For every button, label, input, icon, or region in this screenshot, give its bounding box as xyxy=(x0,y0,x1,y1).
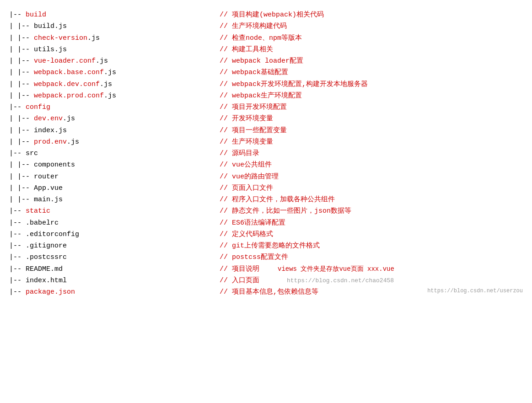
line-left-packagejson: |-- package.json xyxy=(9,287,220,297)
line-babelrc: |-- .babelrc // ES6语法编译配置 xyxy=(9,217,523,229)
watermark-right: https://blog.csdn.net/userzou xyxy=(427,287,523,296)
note-views: views 文件夹是存放vue页面 xxx.vue xyxy=(278,264,394,274)
keyword-build: build xyxy=(26,11,46,19)
line-left-src: |-- src xyxy=(9,148,220,159)
keyword-config: config xyxy=(26,103,50,111)
code-block: |-- build // 项目构建(webpack)相关代码 | |-- bui… xyxy=(9,5,523,403)
comment-editorconfig: // 定义代码格式 xyxy=(220,229,273,240)
keyword-checkversion: check-version xyxy=(34,34,87,42)
keyword-static: static xyxy=(26,207,50,215)
line-utils: | |-- utils.js // 构建工具相关 xyxy=(9,44,523,55)
line-left-devenv: | |-- dev.env.js xyxy=(9,113,220,124)
comment-buildjs: // 生产环境构建代码 xyxy=(220,21,287,32)
line-left-webpackdev: | |-- webpack.dev.conf.js xyxy=(9,79,220,90)
line-left-appvue: | |-- App.vue xyxy=(9,183,220,193)
line-left-mainjs: | |-- main.js xyxy=(9,194,220,205)
comment-indexhtml: // 入口页面 xyxy=(220,275,259,286)
comment-vueloader: // webpack loader配置 xyxy=(220,56,303,66)
line-postcssrc: |-- .postcssrc // postcss配置文件 xyxy=(9,252,523,263)
line-left-buildjs: | |-- build.js xyxy=(9,21,220,32)
line-readme: |-- README.md // 项目说明 views 文件夹是存放vue页面 … xyxy=(9,263,523,275)
keyword-packagejson: package.json xyxy=(26,288,75,296)
comment-router: // vue的路由管理 xyxy=(220,172,279,182)
comment-build: // 项目构建(webpack)相关代码 xyxy=(220,10,324,20)
comment-src: // 源码目录 xyxy=(220,148,259,159)
comment-indexjs: // 项目一些配置变量 xyxy=(220,125,287,136)
line-left-webpackprod: | |-- webpack.prod.conf.js xyxy=(9,91,220,101)
line-left-router: | |-- router xyxy=(9,172,220,182)
comment-webpackdev: // webpack开发环境配置,构建开发本地服务器 xyxy=(220,79,368,90)
comment-mainjs: // 程序入口文件，加载各种公共组件 xyxy=(220,194,335,205)
line-indexhtml: |-- index.html // 入口页面 https://blog.csdn… xyxy=(9,275,523,286)
line-editorconfig: |-- .editorconfig // 定义代码格式 xyxy=(9,229,523,240)
line-left-editorconfig: |-- .editorconfig xyxy=(9,229,220,240)
line-left-webpackbase: | |-- webpack.base.conf.js xyxy=(9,67,220,78)
line-router: | |-- router // vue的路由管理 xyxy=(9,171,523,183)
comment-config: // 项目开发环境配置 xyxy=(220,102,287,113)
comment-appvue: // 页面入口文件 xyxy=(220,183,273,193)
comment-webpackprod: // webpack生产环境配置 xyxy=(220,91,302,101)
comment-devenv: // 开发环境变量 xyxy=(220,113,273,124)
comment-components: // vue公共组件 xyxy=(220,160,272,170)
line-buildjs: | |-- build.js // 生产环境构建代码 xyxy=(9,21,523,32)
keyword-prodenv: prod.env xyxy=(34,138,67,146)
line-build: |-- build // 项目构建(webpack)相关代码 xyxy=(9,9,523,21)
keyword-webpackprod: webpack.prod.conf xyxy=(34,92,104,100)
comment-gitignore: // git上传需要忽略的文件格式 xyxy=(220,241,320,251)
line-left-indexjs: | |-- index.js xyxy=(9,125,220,136)
comment-checkversion: // 检查node、npm等版本 xyxy=(220,33,302,43)
line-components: | |-- components // vue公共组件 xyxy=(9,159,523,171)
line-left-config: |-- config xyxy=(9,102,220,113)
line-left-gitignore: |-- .gitignore xyxy=(9,241,220,251)
comment-readme: // 项目说明 xyxy=(220,264,259,274)
line-left-components: | |-- components xyxy=(9,160,220,170)
keyword-webpackdev: webpack.dev.conf xyxy=(34,81,100,88)
line-src: |-- src // 源码目录 xyxy=(9,148,523,159)
line-left-indexhtml: |-- index.html xyxy=(9,275,220,286)
line-vueloader: | |-- vue-loader.conf.js // webpack load… xyxy=(9,55,523,67)
line-appvue: | |-- App.vue // 页面入口文件 xyxy=(9,183,523,194)
line-webpackdev: | |-- webpack.dev.conf.js // webpack开发环境… xyxy=(9,79,523,90)
line-webpackbase: | |-- webpack.base.conf.js // webpack基础配… xyxy=(9,67,523,78)
line-left-utils: | |-- utils.js xyxy=(9,44,220,55)
line-config: |-- config // 项目开发环境配置 xyxy=(9,102,523,113)
comment-utils: // 构建工具相关 xyxy=(220,44,273,55)
line-left-babelrc: |-- .babelrc xyxy=(9,218,220,228)
line-left-prodenv: | |-- prod.env.js xyxy=(9,137,220,147)
keyword-devenv: dev.env xyxy=(34,115,63,123)
comment-babelrc: // ES6语法编译配置 xyxy=(220,218,285,228)
comment-prodenv: // 生产环境变量 xyxy=(220,137,273,147)
line-devenv: | |-- dev.env.js // 开发环境变量 xyxy=(9,113,523,124)
comment-postcssrc: // postcss配置文件 xyxy=(220,252,288,263)
line-gitignore: |-- .gitignore // git上传需要忽略的文件格式 xyxy=(9,240,523,252)
keyword-webpackbase: webpack.base.conf xyxy=(34,69,104,76)
line-left-static: |-- static xyxy=(9,206,220,216)
line-left-postcssrc: |-- .postcssrc xyxy=(9,252,220,263)
line-static: |-- static // 静态文件，比如一些图片，json数据等 xyxy=(9,205,523,217)
line-left-vueloader: | |-- vue-loader.conf.js xyxy=(9,56,220,66)
comment-webpackbase: // webpack基础配置 xyxy=(220,67,288,78)
line-left-checkversion: | |-- check-version.js xyxy=(9,33,220,43)
line-left-build: |-- build xyxy=(9,10,220,20)
line-checkversion: | |-- check-version.js // 检查node、npm等版本 xyxy=(9,32,523,44)
keyword-vueloader: vue-loader.conf xyxy=(34,57,96,65)
line-mainjs: | |-- main.js // 程序入口文件，加载各种公共组件 xyxy=(9,194,523,205)
line-webpackprod: | |-- webpack.prod.conf.js // webpack生产环… xyxy=(9,90,523,102)
watermark-csdn: https://blog.csdn.net/chao2458 xyxy=(287,276,394,285)
comment-static: // 静态文件，比如一些图片，json数据等 xyxy=(220,206,351,216)
line-packagejson: |-- package.json // 项目基本信息,包依赖信息等 https:… xyxy=(9,286,523,298)
comment-packagejson: // 项目基本信息,包依赖信息等 xyxy=(220,287,318,297)
line-indexjs: | |-- index.js // 项目一些配置变量 xyxy=(9,125,523,136)
line-left-readme: |-- README.md xyxy=(9,264,220,274)
line-prodenv: | |-- prod.env.js // 生产环境变量 xyxy=(9,136,523,148)
